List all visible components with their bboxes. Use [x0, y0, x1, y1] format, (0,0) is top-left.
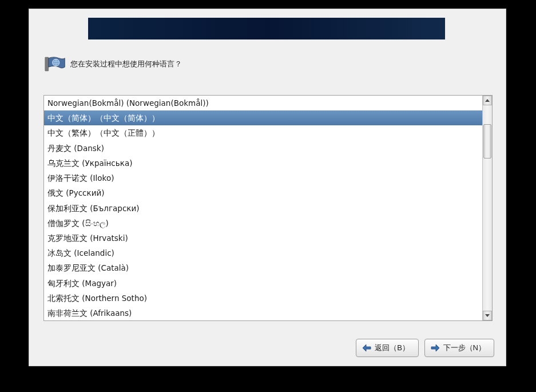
- installer-window: 您在安装过程中想使用何种语言？ Norwegian(Bokmål) (Norwe…: [29, 9, 506, 366]
- language-list-viewport[interactable]: Norwegian(Bokmål) (Norwegian(Bokmål))中文（…: [44, 96, 482, 320]
- list-item[interactable]: 克罗地亚文 (Hrvatski): [44, 231, 482, 246]
- arrow-right-icon: [431, 344, 440, 352]
- next-button[interactable]: 下一步（N）: [424, 339, 494, 357]
- list-item[interactable]: 乌克兰文 (Українська): [44, 156, 482, 171]
- list-item[interactable]: Norwegian(Bokmål) (Norwegian(Bokmål)): [44, 96, 482, 110]
- list-item[interactable]: 加泰罗尼亚文 (Català): [44, 260, 482, 275]
- list-item[interactable]: 伊洛干诺文 (Iloko): [44, 171, 482, 185]
- list-item[interactable]: 冰岛文 (Icelandic): [44, 246, 482, 260]
- prompt-text: 您在安装过程中想使用何种语言？: [70, 59, 182, 69]
- list-item[interactable]: 保加利亚文 (Български): [44, 201, 482, 216]
- prompt-row: 您在安装过程中想使用何种语言？: [44, 56, 182, 72]
- scroll-thumb[interactable]: [483, 124, 491, 159]
- button-row: 返回（B） 下一步（N）: [356, 339, 494, 357]
- list-item[interactable]: 俄文 (Русский): [44, 185, 482, 200]
- list-item[interactable]: 北索托文 (Northern Sotho): [44, 291, 482, 306]
- arrow-left-icon: [362, 344, 371, 352]
- scrollbar[interactable]: [482, 96, 492, 320]
- list-item[interactable]: 中文（繁体）（中文（正體））: [44, 125, 482, 140]
- scroll-down-button[interactable]: [483, 311, 492, 320]
- list-item[interactable]: 僧伽罗文 (සිංහල): [44, 216, 482, 231]
- list-item[interactable]: 匈牙利文 (Magyar): [44, 276, 482, 291]
- back-button[interactable]: 返回（B）: [356, 339, 419, 357]
- globe-flag-icon: [44, 56, 66, 72]
- next-button-label: 下一步（N）: [443, 343, 486, 353]
- back-button-label: 返回（B）: [375, 343, 410, 353]
- list-item[interactable]: 南非荷兰文 (Afrikaans): [44, 306, 482, 320]
- list-item[interactable]: 中文（简体）（中文（简体））: [44, 110, 482, 125]
- header-banner: [88, 18, 445, 39]
- scroll-up-button[interactable]: [483, 96, 492, 105]
- list-item[interactable]: 丹麦文 (Dansk): [44, 141, 482, 156]
- language-list: Norwegian(Bokmål) (Norwegian(Bokmål))中文（…: [43, 95, 493, 321]
- svg-point-1: [53, 59, 59, 66]
- svg-rect-0: [45, 57, 49, 71]
